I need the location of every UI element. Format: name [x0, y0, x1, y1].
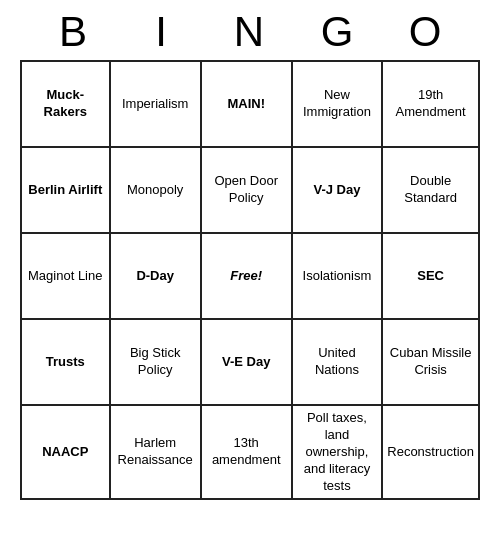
- cell-r3-c0: Trusts: [21, 319, 110, 405]
- cell-r2-c1: D-Day: [110, 233, 201, 319]
- bingo-letter-b: B: [30, 8, 118, 56]
- cell-r1-c0: Berlin Airlift: [21, 147, 110, 233]
- cell-r0-c1: Imperialism: [110, 61, 201, 147]
- bingo-letter-n: N: [206, 8, 294, 56]
- bingo-letter-o: O: [382, 8, 470, 56]
- cell-r3-c1: Big Stick Policy: [110, 319, 201, 405]
- cell-r1-c4: Double Standard: [382, 147, 479, 233]
- cell-r1-c3: V-J Day: [292, 147, 383, 233]
- cell-r1-c1: Monopoly: [110, 147, 201, 233]
- bingo-header: BINGO: [0, 0, 500, 60]
- cell-r4-c4: Reconstruction: [382, 405, 479, 499]
- cell-r2-c3: Isolationism: [292, 233, 383, 319]
- cell-r4-c1: Harlem Renaissance: [110, 405, 201, 499]
- cell-r1-c2: Open Door Policy: [201, 147, 292, 233]
- cell-r4-c3: Poll taxes, land ownership, and literacy…: [292, 405, 383, 499]
- cell-r4-c2: 13th amendment: [201, 405, 292, 499]
- cell-r3-c3: United Nations: [292, 319, 383, 405]
- bingo-letter-i: I: [118, 8, 206, 56]
- cell-r2-c4: SEC: [382, 233, 479, 319]
- cell-r2-c0: Maginot Line: [21, 233, 110, 319]
- bingo-grid: Muck-RakersImperialismMAIN!New Immigrati…: [20, 60, 480, 500]
- cell-r3-c4: Cuban Missile Crisis: [382, 319, 479, 405]
- bingo-letter-g: G: [294, 8, 382, 56]
- cell-r0-c4: 19th Amendment: [382, 61, 479, 147]
- cell-r4-c0: NAACP: [21, 405, 110, 499]
- cell-r0-c0: Muck-Rakers: [21, 61, 110, 147]
- cell-r3-c2: V-E Day: [201, 319, 292, 405]
- cell-r0-c3: New Immigration: [292, 61, 383, 147]
- cell-r2-c2: Free!: [201, 233, 292, 319]
- cell-r0-c2: MAIN!: [201, 61, 292, 147]
